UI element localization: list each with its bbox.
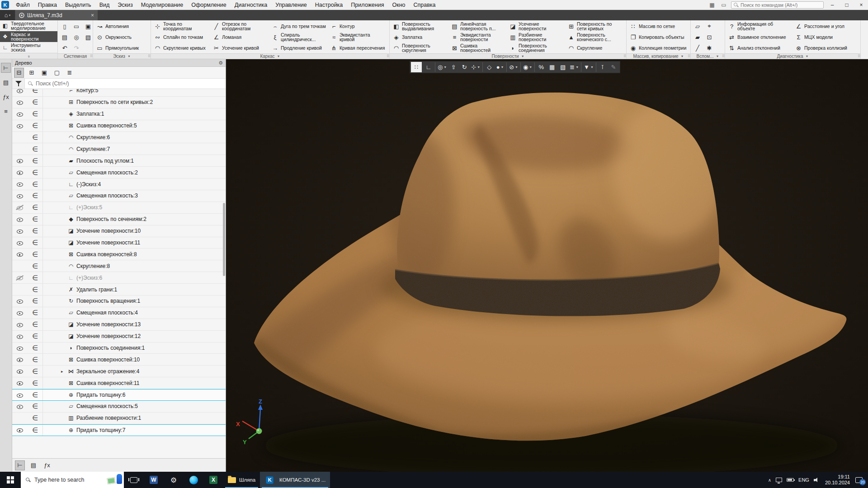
tool-deviation-analysis-icon[interactable]: ⇅Анализ отклонений xyxy=(726,42,793,53)
include-cell[interactable]: ∈ xyxy=(28,89,43,96)
tree-item[interactable]: ∈◠Скругление:8 xyxy=(12,260,226,272)
tree-search-input[interactable] xyxy=(36,80,223,87)
undo-icon[interactable]: ↶ xyxy=(59,42,70,53)
ribbon-group-title[interactable]: Вспом...▼⠿ xyxy=(691,53,725,59)
tool-object-info-icon[interactable]: ?Информация об объекте xyxy=(726,21,793,32)
tree-item[interactable]: ∈◗Поверхность соединения:1 xyxy=(12,343,226,354)
tree-item[interactable]: ∈⊠Сшивка поверхностей:10 xyxy=(12,354,226,366)
tree-item[interactable]: ∈↻Поверхность вращения:1 xyxy=(12,296,226,307)
eye-icon[interactable] xyxy=(16,181,24,188)
redo-icon[interactable]: ↷ xyxy=(71,42,82,53)
eye-icon[interactable] xyxy=(16,380,24,386)
start-button[interactable] xyxy=(0,472,21,488)
include-cell[interactable]: ∈ xyxy=(28,167,43,178)
tree-search-box[interactable] xyxy=(25,79,226,89)
eye-icon[interactable] xyxy=(16,157,24,164)
tool-trim-surface-icon[interactable]: ◪Усечение поверхности xyxy=(508,21,565,32)
visibility-cell[interactable] xyxy=(12,181,28,188)
filter-button[interactable] xyxy=(12,79,25,89)
eye-hidden-icon[interactable] xyxy=(16,204,24,211)
screen-settings-icon[interactable]: ▭ xyxy=(719,2,728,8)
include-cell[interactable]: ∈ xyxy=(28,143,43,155)
tree-item[interactable]: ∈▱Смещенная плоскость:2 xyxy=(12,167,226,178)
include-cell[interactable]: ∈ xyxy=(28,389,43,400)
save-icon[interactable]: ▣ xyxy=(83,21,94,32)
visibility-cell[interactable] xyxy=(12,89,28,94)
eye-icon[interactable] xyxy=(16,89,24,94)
include-cell[interactable]: ∈ xyxy=(28,97,43,108)
tool-circle-icon[interactable]: ⊙Окружность xyxy=(94,32,151,42)
measure-icon[interactable]: ⊺ xyxy=(597,62,608,72)
include-cell[interactable]: ∈ xyxy=(28,272,43,283)
eye-icon[interactable] xyxy=(16,298,24,305)
taskbar-folder-button[interactable]: Шляпа xyxy=(223,472,260,488)
menu-item-8[interactable]: Диагностика xyxy=(231,0,271,10)
include-cell[interactable]: ∈ xyxy=(28,132,43,143)
include-cell[interactable]: ∈ xyxy=(28,307,43,319)
tool-patch-icon[interactable]: ◈Заплатка xyxy=(391,32,448,42)
include-cell[interactable]: ∈ xyxy=(28,319,43,330)
tree-item[interactable]: ∈▸⋈Зеркальное отражение:4 xyxy=(12,366,226,377)
ribbon-group-title[interactable]: Системная⠿ xyxy=(58,53,93,59)
tool-grid-array-icon[interactable]: ∷Массив по сетке xyxy=(628,21,690,32)
minimize-button[interactable]: – xyxy=(826,0,838,9)
home-button[interactable]: ⌂ ▾ xyxy=(0,10,15,20)
tree-item[interactable]: ∈◪Усечение поверхности:12 xyxy=(12,331,226,343)
parameters-view-icon[interactable]: ▤ xyxy=(28,460,38,470)
tool-copy-objects-icon[interactable]: ❐Копировать объекты xyxy=(628,32,690,42)
menu-item-10[interactable]: Настройка xyxy=(311,0,347,10)
visibility-cell[interactable] xyxy=(12,204,28,211)
tool-extrude-surface-icon[interactable]: ◧Поверхность выдавливания xyxy=(391,21,448,32)
visibility-cell[interactable] xyxy=(12,298,28,305)
open-document-icon[interactable]: ▭ xyxy=(71,21,82,32)
include-cell[interactable]: ∈ xyxy=(28,260,43,272)
eye-icon[interactable] xyxy=(16,427,24,433)
tree-item[interactable]: ∈▰Плоскость под углом:1 xyxy=(12,155,226,167)
save-as-icon[interactable]: ▧ xyxy=(83,32,94,42)
variables-view-icon[interactable]: ƒx xyxy=(42,460,52,470)
command-search-input[interactable] xyxy=(741,2,821,8)
layers-icon[interactable]: ≣▼ xyxy=(568,62,580,72)
menu-item-9[interactable]: Управление xyxy=(271,0,311,10)
include-cell[interactable]: ∈ xyxy=(28,377,43,389)
tree-numbered-icon[interactable]: ⊟ xyxy=(14,68,24,78)
eye-icon[interactable] xyxy=(16,192,24,199)
close-button[interactable]: × xyxy=(855,0,867,9)
hide-objects-icon[interactable]: ⊘▼ xyxy=(508,62,519,72)
tree-item[interactable]: ∈∟(+)Эскиз:6 xyxy=(12,272,226,284)
include-cell[interactable]: ∈ xyxy=(28,331,43,342)
tree-item[interactable]: ∈◪Усечение поверхности:11 xyxy=(12,237,226,249)
selection-area-icon[interactable]: ▢ xyxy=(52,68,62,78)
tool-surface-equidistant-icon[interactable]: ≡Эквидистанта поверхности xyxy=(449,32,507,42)
menu-item-5[interactable]: Эскиз xyxy=(113,0,137,10)
tree-item[interactable]: ∈◠Скругление:6 xyxy=(12,132,226,144)
excel-icon[interactable]: X xyxy=(203,472,223,488)
tool-geometry-collection-icon[interactable]: ◉Коллекция геометрии xyxy=(628,42,690,53)
tree-item[interactable]: ∈⊠Сшивка поверхностей:5 xyxy=(12,120,226,132)
tree-item[interactable]: ∈◪Усечение поверхности:13 xyxy=(12,319,226,331)
document-tab[interactable]: Шляпа_7.m3d × xyxy=(15,10,98,20)
tree-scrollbar[interactable] xyxy=(223,203,225,276)
include-cell[interactable]: ∈ xyxy=(28,155,43,166)
network-icon[interactable] xyxy=(776,478,782,482)
ribbon-group-title[interactable]: Диагностика▼⠿ xyxy=(725,53,860,59)
menu-item-7[interactable]: Оформление xyxy=(187,0,231,10)
sketch-plane-icon[interactable]: ∟ xyxy=(423,62,434,72)
tree-structure-icon[interactable]: ⊞ xyxy=(27,68,37,78)
tree-item[interactable]: ∈∟(+)Эскиз:5 xyxy=(12,202,226,214)
visibility-cell[interactable] xyxy=(12,99,28,106)
visibility-cell[interactable] xyxy=(12,427,28,433)
tray-expand-icon[interactable]: ∧ xyxy=(768,478,771,483)
ribbon-group-title[interactable]: Массив, копирование▼⠿ xyxy=(627,53,690,59)
battery-icon[interactable] xyxy=(787,478,794,482)
menu-item-11[interactable]: Приложения xyxy=(347,0,388,10)
simplify-icon[interactable]: % xyxy=(536,62,547,72)
visibility-cell[interactable] xyxy=(12,251,28,258)
print-icon[interactable]: ▤ xyxy=(59,32,70,42)
tree-item[interactable]: ∈▱Смещенная плоскость:3 xyxy=(12,190,226,202)
tool-arc-3-points-icon[interactable]: ⌢Дуга по трем точкам xyxy=(270,21,328,32)
eye-icon[interactable] xyxy=(16,333,24,340)
language-indicator[interactable]: ENG xyxy=(798,477,809,483)
visibility-cell[interactable] xyxy=(12,228,28,235)
include-cell[interactable]: ∈ xyxy=(28,120,43,131)
